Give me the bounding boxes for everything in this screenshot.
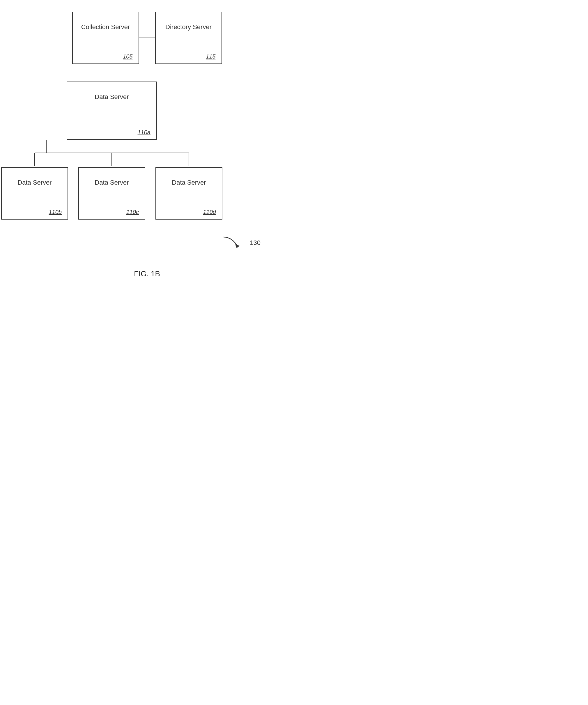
data-server-c-id: 110c bbox=[126, 209, 139, 216]
h-connector-top bbox=[139, 38, 155, 38]
top-boxes-row: Collection Server 105 Directory Server 1… bbox=[72, 12, 222, 64]
collection-server-id: 105 bbox=[123, 53, 133, 60]
collection-server-label: Collection Server bbox=[79, 23, 133, 31]
data-server-d-id: 110d bbox=[203, 209, 216, 216]
data-server-d-label: Data Server bbox=[162, 179, 216, 186]
data-server-d-box: Data Server 110d bbox=[155, 167, 223, 220]
reference-arrow-svg bbox=[220, 234, 247, 251]
data-server-root-id: 110a bbox=[138, 129, 151, 136]
reference-130-label: 130 bbox=[250, 239, 260, 247]
data-server-root-wrapper: Data Server 110a bbox=[67, 82, 157, 140]
data-server-b-box: Data Server 110b bbox=[1, 167, 68, 220]
data-server-b-label: Data Server bbox=[8, 179, 62, 186]
branch-connector-area bbox=[1, 140, 223, 167]
directory-server-label: Directory Server bbox=[161, 23, 216, 31]
svg-marker-5 bbox=[235, 244, 240, 248]
data-server-c-box: Data Server 110c bbox=[78, 167, 145, 220]
data-server-root-box: Data Server 110a bbox=[67, 82, 157, 140]
data-server-b-id: 110b bbox=[49, 209, 62, 216]
directory-server-id: 115 bbox=[206, 53, 215, 60]
directory-server-box: Directory Server 115 bbox=[155, 12, 222, 64]
reference-130-area: 130 bbox=[16, 234, 278, 251]
top-section: Collection Server 105 Directory Server 1… bbox=[72, 12, 222, 140]
data-server-root-label: Data Server bbox=[73, 93, 150, 101]
fig-number: FIG. 1B bbox=[134, 269, 160, 278]
branch-svg bbox=[1, 140, 223, 166]
bottom-servers-row: Data Server 110b Data Server 110c Data S… bbox=[1, 167, 223, 220]
v-connector-top bbox=[2, 64, 2, 82]
fig-caption: FIG. 1B bbox=[134, 269, 160, 278]
data-server-c-label: Data Server bbox=[85, 179, 139, 186]
diagram: Collection Server 105 Directory Server 1… bbox=[16, 12, 278, 278]
collection-server-box: Collection Server 105 bbox=[72, 12, 139, 64]
